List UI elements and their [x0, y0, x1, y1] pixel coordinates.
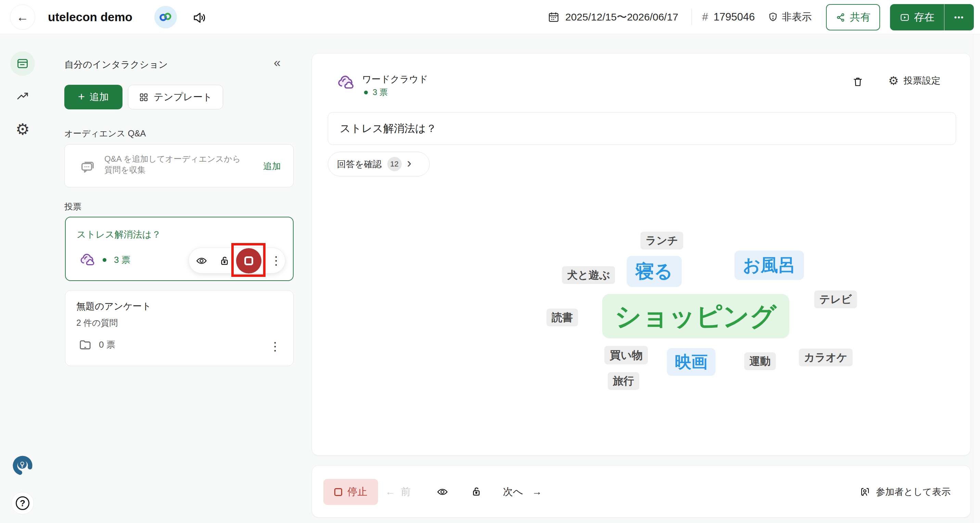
polls-section-label: 投票: [64, 201, 81, 212]
lock-voting-icon[interactable]: [218, 255, 231, 267]
qa-card: Q&A を追加してオーディエンスから 質問を収集 追加: [64, 144, 294, 187]
date-range-text: 2025/12/15〜2026/06/17: [565, 10, 678, 24]
stop-icon: [244, 257, 253, 265]
add-button[interactable]: + 追加: [64, 85, 123, 109]
folder-icon: [78, 338, 92, 352]
wordcloud-type-icon: [79, 252, 95, 268]
hide-results-icon[interactable]: [196, 255, 207, 266]
poll-meta: 3 票: [79, 252, 130, 268]
wordcloud-header-icon: [336, 73, 355, 92]
word-chip: 読書: [546, 309, 578, 326]
stop-button[interactable]: 停止: [323, 479, 378, 505]
delete-poll-icon[interactable]: [852, 76, 864, 87]
present-button[interactable]: 存在: [890, 4, 944, 30]
rail-analytics-item[interactable]: [15, 89, 30, 104]
announcement-icon[interactable]: [192, 10, 207, 25]
share-label: 共有: [850, 10, 870, 24]
template-button[interactable]: テンプレート: [128, 85, 223, 109]
poll-votes-status: 3 票: [364, 87, 388, 98]
grid-icon: [138, 92, 149, 102]
back-arrow-icon: ←: [16, 10, 29, 24]
participant-icon: [859, 487, 870, 498]
plus-icon: +: [78, 90, 85, 103]
survey-meta: 0 票: [78, 338, 115, 352]
topbar-divider: [692, 9, 692, 25]
stop-poll-button[interactable]: [236, 248, 261, 273]
present-label: 存在: [914, 10, 934, 24]
webex-logo-icon: [154, 6, 177, 29]
page-title: utelecon demo: [48, 0, 132, 34]
poll-menu-icon[interactable]: ⋮: [270, 255, 282, 266]
gear-icon: ⚙: [888, 75, 899, 87]
share-button[interactable]: 共有: [826, 4, 880, 30]
review-responses-button[interactable]: 回答を確認 12 ›: [328, 152, 430, 176]
previous-button[interactable]: ← 前: [385, 466, 410, 518]
word-cloud: ランチ寝るお風呂犬と遊ぶテレビ読書ショッピング買い物映画運動カラオケ旅行: [312, 183, 971, 443]
next-button[interactable]: 次へ →: [503, 466, 542, 518]
present-button-group: 存在 •••: [890, 4, 974, 30]
word-chip: ショッピング: [602, 294, 789, 338]
survey-question-count: 2 件の質問: [76, 317, 118, 328]
question-mark-icon: ?: [16, 496, 29, 510]
word-chip: 運動: [744, 352, 776, 370]
stop-label: 停止: [348, 485, 368, 499]
hide-results-icon[interactable]: [437, 486, 448, 498]
back-button[interactable]: ←: [10, 5, 35, 30]
qa-description-line2: 質問を収集: [104, 165, 240, 175]
poll-votes: 3 票: [114, 254, 130, 266]
live-dot: [103, 258, 107, 262]
poll-toolbar: ⋮: [189, 247, 285, 273]
presentation-control-bar: 停止 ← 前 次へ → 参加者として表示: [312, 465, 971, 518]
visibility-status[interactable]: 非表示: [767, 0, 811, 34]
previous-label: 前: [401, 485, 410, 499]
rail-settings-item[interactable]: ⚙: [14, 120, 31, 138]
collapse-panel-icon[interactable]: «: [274, 56, 281, 70]
qa-description: Q&A を追加してオーディエンスから 質問を収集: [104, 154, 240, 175]
calendar-icon: [547, 11, 560, 23]
word-chip: テレビ: [815, 290, 857, 308]
survey-votes: 0 票: [99, 339, 115, 351]
rail-interactions-item[interactable]: [10, 51, 35, 76]
more-options-button[interactable]: •••: [944, 4, 974, 30]
poll-type-label: ワードクラウド: [362, 73, 428, 86]
poll-settings-label: 投票設定: [904, 74, 940, 87]
poll-settings-button[interactable]: ⚙ 投票設定: [888, 74, 940, 87]
event-date-range[interactable]: 2025/12/15〜2026/06/17: [547, 0, 678, 34]
slido-logo-glyph: [12, 455, 33, 477]
ellipsis-icon: •••: [954, 13, 964, 22]
product-logo-icon: [12, 455, 33, 477]
event-code[interactable]: # 1795046: [702, 0, 755, 34]
share-icon: [835, 12, 846, 22]
hash-icon: #: [702, 11, 708, 23]
scrollbar[interactable]: [973, 34, 980, 523]
interactions-panel-icon: [16, 57, 29, 70]
trending-up-icon: [16, 89, 29, 103]
word-chip: カラオケ: [799, 349, 853, 366]
help-button[interactable]: ?: [11, 492, 34, 515]
stop-icon: [334, 488, 342, 496]
qa-description-line1: Q&A を追加してオーディエンスから: [104, 154, 240, 165]
survey-menu-icon[interactable]: ⋮: [269, 341, 281, 352]
poll-card-active[interactable]: ストレス解消法は？ 3 票: [65, 217, 294, 281]
lock-voting-icon[interactable]: [470, 485, 482, 498]
survey-card[interactable]: 無題のアンケート 2 件の質問 0 票 ⋮: [65, 290, 294, 366]
webex-logo-glyph: [158, 12, 173, 22]
panel-title: 自分のインタラクション: [64, 59, 168, 71]
survey-title: 無題のアンケート: [76, 300, 151, 312]
word-chip: 寝る: [627, 256, 682, 287]
present-play-icon: [900, 12, 910, 22]
event-code-value: 1795046: [713, 11, 755, 23]
word-chip: 映画: [667, 348, 716, 376]
poll-title: ストレス解消法は？: [76, 228, 161, 241]
view-as-participant-label: 参加者として表示: [876, 486, 951, 498]
hidden-label: 非表示: [782, 10, 811, 24]
chevron-right-icon: ›: [407, 156, 412, 171]
help-glyph: ?: [20, 498, 25, 509]
chat-bubbles-icon: [79, 158, 97, 175]
qa-add-link[interactable]: 追加: [263, 160, 281, 172]
question-input[interactable]: ストレス解消法は？: [328, 112, 956, 145]
word-chip: ランチ: [641, 232, 683, 250]
word-chip: 旅行: [608, 372, 639, 390]
view-as-participant-button[interactable]: 参加者として表示: [859, 466, 951, 518]
arrow-right-icon: →: [532, 486, 542, 498]
